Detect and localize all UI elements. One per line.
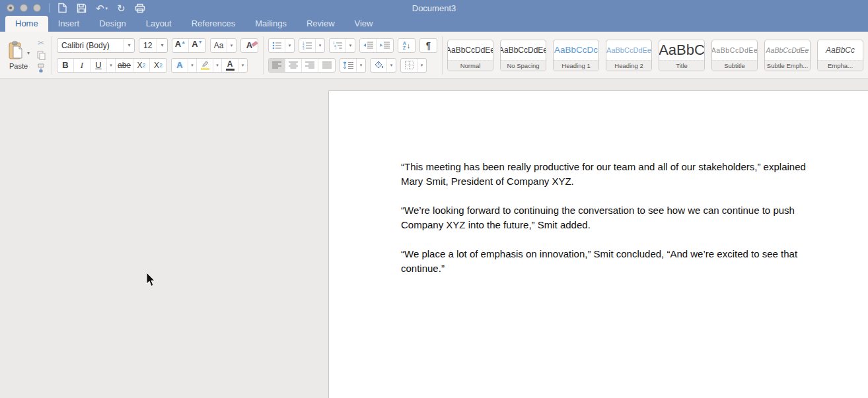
styles-gallery: AaBbCcDdEe Normal AaBbCcDdEe No Spacing … (443, 40, 865, 71)
clear-formatting-button[interactable]: A (241, 39, 258, 52)
copy-button[interactable] (35, 50, 47, 61)
bold-button[interactable]: B (57, 59, 74, 72)
superscript-mark: 2 (159, 62, 163, 69)
tab-insert[interactable]: Insert (48, 16, 90, 32)
underline-button[interactable]: U (90, 59, 107, 72)
line-spacing-button[interactable] (340, 59, 357, 72)
strikethrough-button[interactable]: abe (116, 59, 133, 72)
text-effects-icon: A (176, 60, 182, 70)
highlight-button[interactable] (197, 59, 213, 72)
format-painter-button[interactable] (35, 63, 47, 73)
font-size-select[interactable]: 12 ▾ (139, 38, 168, 53)
minimize-window-button[interactable] (20, 4, 28, 12)
sort-a-letter: A (403, 41, 406, 46)
increase-indent-button[interactable] (377, 39, 393, 52)
tab-references[interactable]: References (182, 16, 245, 32)
tab-layout[interactable]: Layout (136, 16, 182, 32)
zoom-window-button[interactable] (33, 4, 41, 12)
paste-dropdown-caret[interactable]: ▾ (27, 50, 30, 56)
decrease-indent-button[interactable] (360, 39, 377, 52)
style-sample: AaBbCcDdEe (501, 40, 546, 60)
align-center-button[interactable] (285, 59, 302, 72)
style-heading-2[interactable]: AaBbCcDdEe Heading 2 (606, 40, 652, 71)
paragraph: “We’re looking forward to continuing the… (401, 203, 806, 232)
line-spacing-caret[interactable]: ▾ (357, 59, 365, 72)
shading-caret[interactable]: ▾ (387, 59, 396, 72)
style-label: Subtitle (712, 60, 757, 71)
undo-icon: ↶ (96, 3, 104, 13)
shrink-font-arrow-icon: ▼ (198, 40, 203, 44)
multilevel-list-caret[interactable]: ▾ (346, 39, 355, 52)
show-formatting-marks-button[interactable]: ¶ (420, 39, 437, 52)
paragraph: “We place a lot of emphasis on innovatio… (401, 247, 806, 276)
style-subtle-emphasis[interactable]: AaBbCcDdEe Subtle Emph... (764, 40, 811, 71)
titlebar-divider (49, 3, 50, 13)
justify-button[interactable] (318, 59, 335, 72)
decrease-indent-icon (363, 42, 373, 50)
undo-button[interactable]: ↶▾ (96, 3, 108, 13)
cut-button[interactable]: ✂ (35, 38, 47, 48)
sort-button[interactable]: AZ ↓ (398, 39, 415, 52)
underline-caret[interactable]: ▾ (107, 59, 116, 72)
style-heading-1[interactable]: AaBbCcDc Heading 1 (553, 40, 599, 71)
text-effects-button[interactable]: A (172, 59, 188, 72)
tab-mailings[interactable]: Mailings (245, 16, 297, 32)
bullets-caret[interactable]: ▾ (285, 39, 294, 52)
ribbon: ▾ Paste ✂ Calibri (Body) ▾ 12 ▾ (0, 32, 868, 79)
tab-home[interactable]: Home (5, 16, 48, 32)
style-normal[interactable]: AaBbCcDdEe Normal (447, 40, 493, 71)
close-window-button[interactable] (7, 4, 15, 12)
font-color-button[interactable]: A (222, 59, 238, 72)
subscript-button[interactable]: X2 (133, 59, 150, 72)
font-family-select[interactable]: Calibri (Body) ▾ (57, 38, 135, 53)
font-color-caret[interactable]: ▾ (238, 59, 247, 72)
text-effects-caret[interactable]: ▾ (188, 59, 197, 72)
font-family-caret[interactable]: ▾ (124, 39, 134, 52)
bullets-button[interactable] (269, 39, 285, 52)
align-right-button[interactable] (302, 59, 318, 72)
document-text[interactable]: “This meeting has been really productive… (401, 160, 806, 290)
italic-button[interactable]: I (74, 59, 90, 72)
save-button[interactable] (77, 3, 87, 13)
text-line: Mary Smit, President of Company XYZ. (401, 174, 806, 189)
borders-caret[interactable]: ▾ (417, 59, 426, 72)
sort-arrow-icon: ↓ (407, 42, 411, 50)
tab-design[interactable]: Design (89, 16, 135, 32)
svg-text:i: i (336, 47, 336, 50)
style-subtitle[interactable]: AaBbCcDdEe Subtitle (711, 40, 758, 71)
tab-review[interactable]: Review (297, 16, 345, 32)
style-sample: AaBbCcDc (554, 40, 598, 60)
font-size-caret[interactable]: ▾ (157, 39, 167, 52)
redo-button[interactable]: ↻ (117, 3, 126, 13)
change-case-caret[interactable]: ▾ (227, 39, 236, 52)
align-center-icon (289, 61, 298, 69)
clipboard-group: ▾ Paste ✂ (3, 38, 52, 73)
numbering-button[interactable]: 123 (299, 39, 316, 52)
style-title[interactable]: AaBbC Title (659, 40, 705, 71)
grow-font-button[interactable]: A▲ (172, 39, 189, 52)
justify-icon (322, 61, 332, 69)
numbering-caret[interactable]: ▾ (316, 39, 324, 52)
paragraph: “This meeting has been really productive… (401, 160, 806, 189)
bullet-list-icon (272, 42, 281, 50)
highlight-caret[interactable]: ▾ (213, 59, 222, 72)
align-left-button[interactable] (269, 59, 285, 72)
multilevel-list-button[interactable]: 1ai (330, 39, 346, 52)
change-case-button[interactable]: Aa (211, 39, 227, 52)
document-page[interactable]: “This meeting has been really productive… (328, 90, 868, 398)
undo-dropdown-caret[interactable]: ▾ (106, 6, 108, 11)
print-button[interactable] (135, 3, 145, 13)
print-icon (135, 3, 145, 13)
style-no-spacing[interactable]: AaBbCcDdEe No Spacing (500, 40, 546, 71)
superscript-button[interactable]: X2 (150, 59, 166, 72)
shrink-font-button[interactable]: A▼ (189, 39, 205, 52)
borders-button[interactable] (401, 59, 417, 72)
style-sample: AaBbCcDdEe (606, 40, 651, 60)
shading-button[interactable] (371, 59, 387, 72)
new-document-button[interactable] (57, 3, 67, 13)
paste-button[interactable]: ▾ Paste (7, 41, 30, 70)
tab-view[interactable]: View (345, 16, 383, 32)
style-sample: AaBbCcDdEe (765, 40, 810, 60)
style-emphasis[interactable]: AaBbCc Empha... (817, 40, 863, 71)
grow-font-arrow-icon: ▲ (181, 40, 186, 44)
